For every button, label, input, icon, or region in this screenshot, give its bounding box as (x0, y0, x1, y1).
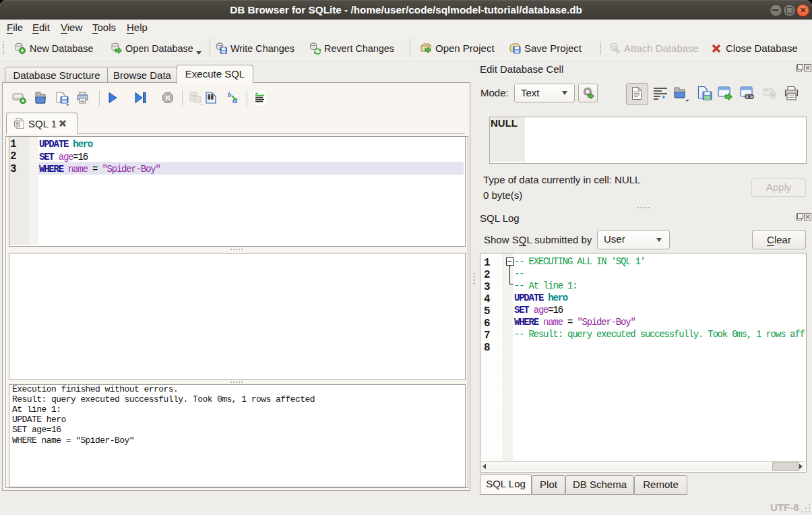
svg-text:b: b (228, 90, 232, 98)
